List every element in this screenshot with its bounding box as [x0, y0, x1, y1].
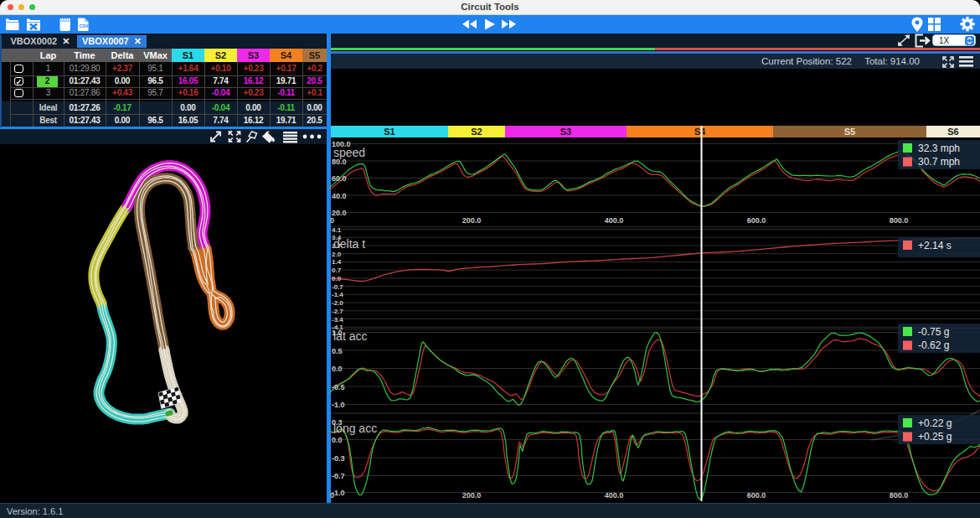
svg-text:-1.4: -1.4	[332, 291, 343, 298]
svg-text:-0.62 g: -0.62 g	[918, 339, 949, 351]
svg-text:1.4: 1.4	[332, 258, 342, 266]
svg-text:-0.7: -0.7	[332, 472, 345, 480]
svg-text:0: 0	[330, 216, 334, 225]
svg-text:200.0: 200.0	[462, 216, 482, 225]
svg-text:0.0: 0.0	[332, 436, 343, 444]
svg-text:-2.0: -2.0	[332, 299, 343, 307]
svg-text:0.0: 0.0	[332, 275, 342, 282]
svg-text:0.5: 0.5	[332, 347, 343, 355]
svg-text:-0.3: -0.3	[332, 454, 345, 463]
svg-text:+2.14 s: +2.14 s	[918, 240, 952, 251]
svg-text:-0.5: -0.5	[332, 383, 345, 391]
svg-text:2.0: 2.0	[332, 251, 342, 258]
svg-text:800.0: 800.0	[890, 491, 909, 500]
svg-text:+0.22 g: +0.22 g	[918, 417, 952, 429]
svg-text:30.7 mph: 30.7 mph	[918, 156, 960, 168]
svg-text:60.0: 60.0	[332, 174, 347, 183]
svg-text:0: 0	[330, 491, 334, 500]
svg-text:speed: speed	[333, 146, 365, 159]
svg-text:lat acc: lat acc	[333, 329, 367, 343]
svg-text:-1.0: -1.0	[332, 401, 345, 409]
svg-text:600.0: 600.0	[747, 216, 766, 225]
svg-text:400.0: 400.0	[605, 216, 624, 225]
svg-text:40.0: 40.0	[332, 192, 347, 200]
svg-text:-0.7: -0.7	[332, 283, 343, 291]
svg-text:+0.25 g: +0.25 g	[918, 431, 952, 443]
svg-text:4.1: 4.1	[332, 226, 342, 234]
svg-text:200.0: 200.0	[462, 491, 482, 500]
svg-text:delta t: delta t	[333, 237, 365, 251]
svg-text:0.7: 0.7	[332, 267, 342, 274]
svg-text:400.0: 400.0	[605, 491, 624, 500]
svg-text:-3.4: -3.4	[332, 316, 343, 324]
svg-text:600.0: 600.0	[747, 491, 766, 500]
svg-text:800.0: 800.0	[890, 216, 909, 225]
svg-text:long acc: long acc	[333, 422, 377, 435]
svg-text:0.0: 0.0	[332, 365, 343, 373]
svg-text:32.3 mph: 32.3 mph	[918, 142, 960, 154]
svg-text:-2.7: -2.7	[332, 308, 343, 315]
svg-text:-0.75 g: -0.75 g	[918, 326, 949, 338]
